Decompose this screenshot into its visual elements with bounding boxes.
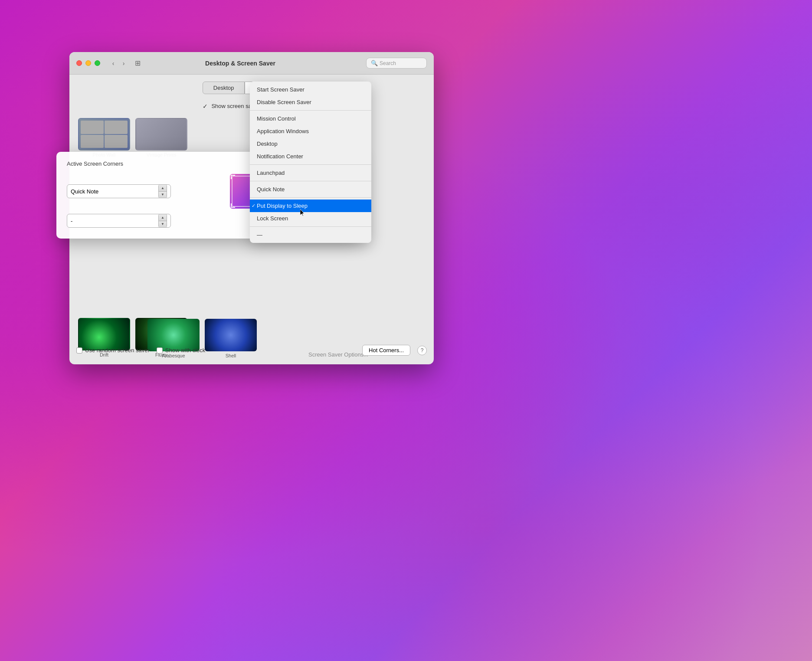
corner-indicator-bl [231, 203, 235, 208]
mini-photo-3 [81, 135, 104, 148]
menu-item-put-display-to-sleep-label: Put Display to Sleep [257, 203, 308, 209]
use-random-item: Use random screen saver [76, 347, 150, 353]
mini-photo-1 [81, 121, 104, 134]
stepper-up-bottomleft[interactable]: ▲ [159, 214, 167, 221]
menu-divider-1 [250, 110, 371, 111]
menu-item-application-windows[interactable]: Application Windows [250, 125, 371, 137]
menu-item-lock-screen-label: Lock Screen [257, 215, 288, 222]
hot-corners-button[interactable]: Hot Corners... [362, 345, 410, 356]
tab-desktop[interactable]: Desktop [203, 82, 245, 94]
menu-item-put-display-to-sleep[interactable]: ✓ Put Display to Sleep [250, 200, 371, 212]
title-bar: ‹ › ⊞ Desktop & Screen Saver 🔍 Search [69, 52, 434, 75]
menu-item-quick-note[interactable]: Quick Note [250, 183, 371, 196]
stepper-up-topleft[interactable]: ▲ [159, 185, 167, 192]
bottom-bar: Use random screen saver Show with clock … [69, 341, 434, 359]
show-after-check: ✓ [203, 103, 208, 110]
menu-item-desktop-label: Desktop [257, 141, 278, 147]
minimize-button[interactable] [85, 60, 91, 66]
thumb-vintage-img [135, 118, 187, 151]
menu-divider-4 [250, 197, 371, 198]
show-clock-checkbox[interactable] [157, 347, 163, 353]
maximize-button[interactable] [95, 60, 100, 66]
corner-action-dropdown-menu: Start Screen Saver Disable Screen Saver … [250, 82, 371, 243]
show-clock-item: Show with clock [157, 347, 205, 353]
menu-item-start-screen-saver[interactable]: Start Screen Saver [250, 83, 371, 96]
search-icon: 🔍 [371, 60, 378, 66]
search-placeholder: Search [380, 60, 396, 66]
menu-item-launchpad[interactable]: Launchpad [250, 167, 371, 179]
corner-stepper-topleft[interactable]: ▲ ▼ [158, 184, 167, 198]
menu-item-mission-control-label: Mission Control [257, 115, 296, 122]
show-clock-label: Show with clock [165, 347, 205, 353]
corner-stepper-bottomleft[interactable]: ▲ ▼ [158, 214, 167, 228]
menu-divider-2 [250, 164, 371, 165]
corner-select-bottomleft[interactable]: - ▲ ▼ [67, 214, 171, 228]
menu-item-disable-screen-saver-label: Disable Screen Saver [257, 99, 311, 105]
stepper-down-topleft[interactable]: ▼ [159, 192, 167, 198]
corner-select-bottomleft-value: - [71, 218, 72, 224]
use-random-label: Use random screen saver [85, 347, 150, 353]
menu-item-mission-control[interactable]: Mission Control [250, 112, 371, 125]
corner-indicator-tl [231, 175, 235, 179]
menu-item-dash-label: — [257, 232, 262, 238]
menu-item-lock-screen[interactable]: Lock Screen [250, 212, 371, 225]
menu-item-desktop[interactable]: Desktop [250, 137, 371, 150]
menu-item-quick-note-label: Quick Note [257, 186, 285, 193]
mini-photo-2 [105, 121, 128, 134]
menu-item-application-windows-label: Application Windows [257, 128, 309, 134]
back-button[interactable]: ‹ [109, 59, 118, 68]
menu-item-notification-center[interactable]: Notification Center [250, 150, 371, 163]
thumb-photo-wall-img [78, 118, 130, 151]
help-button[interactable]: ? [417, 346, 427, 355]
close-button[interactable] [76, 60, 82, 66]
menu-item-notification-center-label: Notification Center [257, 153, 303, 160]
menu-divider-3 [250, 181, 371, 181]
search-bar[interactable]: 🔍 Search [366, 58, 427, 69]
menu-item-dash[interactable]: — [250, 229, 371, 241]
corner-select-topleft[interactable]: Quick Note ▲ ▼ [67, 184, 171, 198]
corner-select-topleft-value: Quick Note [71, 188, 98, 195]
menu-item-start-screen-saver-label: Start Screen Saver [257, 86, 304, 93]
mini-photo-4 [105, 135, 128, 148]
menu-item-launchpad-label: Launchpad [257, 170, 285, 176]
menu-divider-5 [250, 226, 371, 227]
use-random-checkbox[interactable] [76, 347, 82, 353]
menu-item-disable-screen-saver[interactable]: Disable Screen Saver [250, 96, 371, 108]
menu-item-put-display-to-sleep-check: ✓ [252, 203, 255, 209]
window-title: Desktop & Screen Saver [118, 60, 363, 67]
stepper-down-bottomleft[interactable]: ▼ [159, 221, 167, 228]
